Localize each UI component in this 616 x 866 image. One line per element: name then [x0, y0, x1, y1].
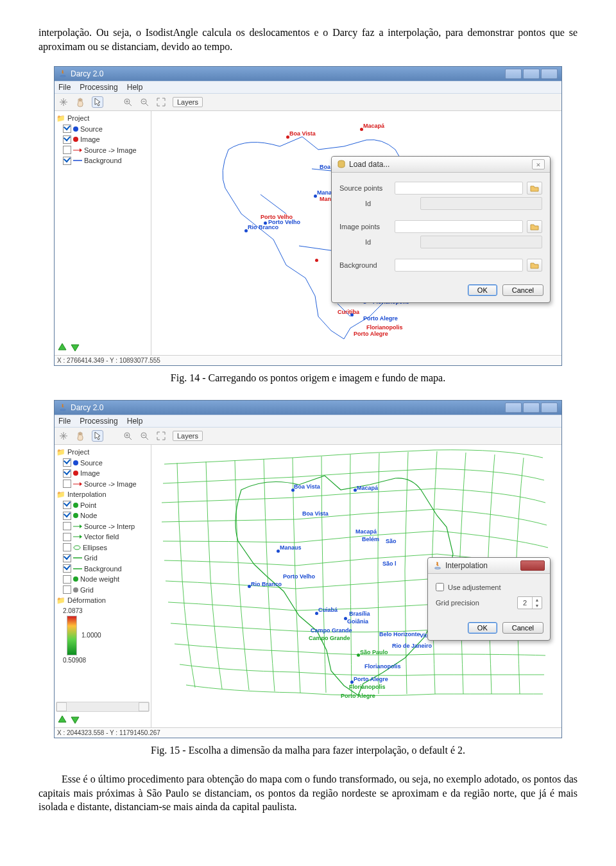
tree-item[interactable]: Source: [80, 458, 103, 469]
minimize-button[interactable]: [505, 403, 522, 413]
pan-icon[interactable]: [58, 431, 69, 441]
hand-icon[interactable]: [75, 431, 85, 441]
checkbox[interactable]: [63, 512, 71, 520]
checkbox[interactable]: [63, 543, 71, 551]
tree-root: Project: [67, 447, 89, 458]
spinner-up[interactable]: ▲: [533, 597, 542, 603]
checkbox[interactable]: [63, 533, 71, 541]
close-button[interactable]: [541, 69, 558, 79]
ok-button[interactable]: OK: [468, 284, 497, 296]
checkbox[interactable]: [63, 522, 71, 530]
label-source-points: Source points: [339, 184, 391, 192]
label: Boa Vista: [294, 483, 320, 490]
tree-item[interactable]: Vector field: [84, 532, 119, 542]
close-button[interactable]: [541, 403, 558, 413]
checkbox-source[interactable]: [63, 125, 71, 133]
tree-item[interactable]: Ellipses: [83, 542, 107, 553]
input-background[interactable]: [395, 259, 523, 272]
checkbox[interactable]: [63, 480, 71, 488]
label-macapa: Macapá: [363, 123, 384, 129]
label: São Paulo: [360, 649, 388, 655]
arrow-up-icon[interactable]: [57, 714, 67, 725]
checkbox[interactable]: [63, 585, 71, 594]
tree-item[interactable]: Source -> Interp: [84, 521, 135, 532]
dialog-sys-icon[interactable]: ⨉: [532, 159, 545, 169]
horizontal-scrollbar[interactable]: [56, 702, 150, 712]
browse-button[interactable]: [527, 259, 542, 272]
layers-button[interactable]: Layers: [173, 431, 203, 441]
label: Florianopolis: [349, 684, 386, 690]
layers-button[interactable]: Layers: [173, 97, 203, 107]
map-canvas-1[interactable]: Boa Vista Macapá Boa Vi Mana Man Porto V…: [151, 111, 561, 355]
arrow-up-icon[interactable]: [57, 342, 67, 352]
menu-file[interactable]: File: [58, 417, 71, 426]
label: Porto Alegre: [354, 331, 388, 337]
label-background: Background: [339, 261, 391, 269]
label: Rio de Janeiro: [392, 643, 432, 649]
tree-item[interactable]: Source: [80, 124, 103, 135]
checkbox-bg[interactable]: [63, 157, 71, 165]
arrow-down-icon[interactable]: [70, 342, 80, 352]
tree-item[interactable]: Image: [80, 134, 100, 145]
checkbox-src-img[interactable]: [63, 146, 71, 154]
arrow-down-icon[interactable]: [70, 714, 80, 725]
ok-button[interactable]: OK: [468, 622, 497, 634]
checkbox[interactable]: [63, 575, 71, 584]
input-id[interactable]: [420, 197, 542, 210]
zoom-in-icon[interactable]: [123, 431, 133, 441]
menu-help[interactable]: Help: [127, 83, 143, 92]
pointer-icon[interactable]: [92, 430, 103, 442]
tree-item[interactable]: Background: [84, 155, 122, 166]
tree-item[interactable]: Source -> Image: [84, 145, 137, 156]
tree-item[interactable]: Background: [84, 564, 122, 575]
checkbox[interactable]: [63, 554, 71, 562]
input-image-points[interactable]: [395, 220, 523, 233]
fit-icon[interactable]: [156, 97, 166, 107]
spinner-grid-precision[interactable]: 2▲▼: [517, 596, 542, 609]
browse-button[interactable]: [527, 220, 542, 233]
tree-item[interactable]: Grid: [84, 553, 98, 564]
checkbox[interactable]: [63, 458, 71, 467]
checkbox[interactable]: [63, 501, 71, 509]
fit-icon[interactable]: [156, 431, 166, 441]
pointer-icon[interactable]: [92, 96, 103, 108]
menu-processing[interactable]: Processing: [80, 83, 117, 92]
tree-item[interactable]: Point: [80, 500, 96, 511]
cancel-button[interactable]: Cancel: [502, 622, 543, 634]
checkbox-image[interactable]: [63, 135, 71, 144]
label-grid-precision: Grid precision: [436, 599, 513, 607]
checkbox[interactable]: [63, 469, 71, 478]
menu-processing[interactable]: Processing: [80, 417, 117, 426]
input-source-points[interactable]: [395, 182, 523, 195]
tree-item[interactable]: Grid: [80, 585, 94, 596]
cancel-button[interactable]: Cancel: [502, 284, 543, 296]
label: Campo Grande: [311, 627, 352, 634]
label: Porto Alegre: [354, 676, 388, 682]
checkbox[interactable]: [63, 564, 71, 573]
browse-button[interactable]: [527, 182, 542, 195]
spinner-down[interactable]: ▼: [533, 603, 542, 609]
hand-icon[interactable]: [75, 97, 85, 107]
tree-item[interactable]: Node: [80, 510, 97, 521]
dialog-close-button[interactable]: [520, 560, 545, 571]
map-canvas-2[interactable]: Boa Vista Macapá Boa Vista Macapá Belém …: [151, 445, 561, 727]
input-id[interactable]: [420, 236, 542, 248]
tree-item[interactable]: Node weight: [80, 574, 119, 585]
checkbox-use-adjustment[interactable]: [436, 583, 444, 591]
zoom-in-icon[interactable]: [123, 97, 133, 107]
pan-icon[interactable]: [58, 97, 69, 107]
tree-item[interactable]: Source -> Image: [84, 479, 137, 490]
zoom-out-icon[interactable]: [139, 431, 150, 441]
menu-help[interactable]: Help: [127, 417, 143, 426]
status-bar: X : 2044323.558 - Y : 11791450.267: [55, 727, 561, 738]
zoom-out-icon[interactable]: [139, 97, 150, 107]
tree-item[interactable]: Image: [80, 468, 100, 479]
maximize-button[interactable]: [523, 69, 540, 79]
line-icon: [73, 566, 82, 571]
menu-file[interactable]: File: [58, 83, 71, 92]
window-title: Darcy 2.0: [71, 403, 103, 412]
label-id: Id: [339, 238, 416, 246]
label: São l: [382, 560, 397, 567]
minimize-button[interactable]: [505, 69, 522, 79]
maximize-button[interactable]: [523, 403, 540, 413]
